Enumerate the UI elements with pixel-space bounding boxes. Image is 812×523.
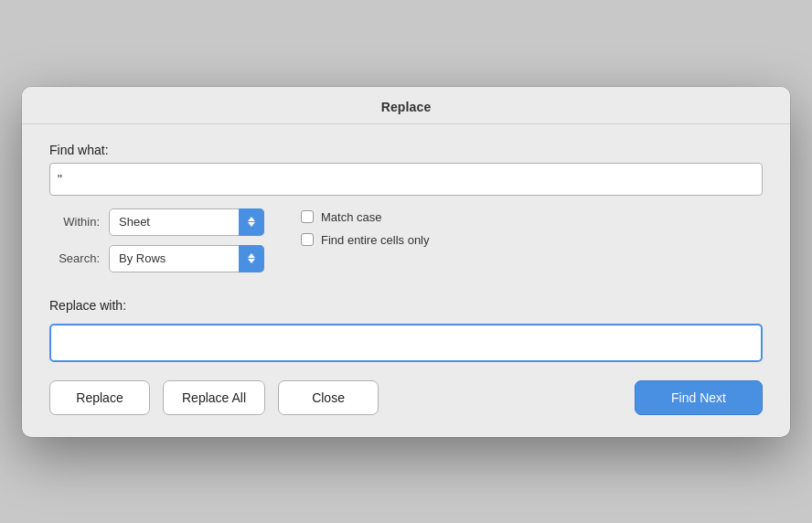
search-label: Search:	[49, 251, 100, 265]
find-what-label: Find what:	[49, 143, 763, 157]
within-row: Within: Sheet Workbook	[49, 208, 264, 236]
left-options: Within: Sheet Workbook Search:	[49, 208, 264, 272]
find-next-button[interactable]: Find Next	[635, 380, 763, 415]
right-options: Match case Find entire cells only	[301, 208, 430, 247]
buttons-row: Replace Replace All Close Find Next	[49, 380, 763, 415]
find-entire-cells-row: Find entire cells only	[301, 233, 430, 247]
dialog-title: Replace	[40, 100, 772, 114]
replace-with-label: Replace with:	[49, 298, 763, 313]
replace-with-input[interactable]	[49, 324, 763, 362]
title-bar: Replace	[22, 87, 790, 124]
within-select[interactable]: Sheet Workbook	[109, 208, 264, 236]
dialog-body: Find what: Within: Sheet Workbook	[22, 124, 790, 437]
replace-button[interactable]: Replace	[49, 380, 150, 415]
within-label: Within:	[49, 215, 100, 229]
match-case-checkbox[interactable]	[301, 210, 314, 223]
replace-dialog: Replace Find what: Within: Sheet Workboo…	[22, 87, 790, 437]
replace-section: Replace with:	[49, 298, 763, 362]
find-entire-cells-label: Find entire cells only	[321, 233, 430, 247]
replace-all-button[interactable]: Replace All	[163, 380, 265, 415]
close-button[interactable]: Close	[278, 380, 379, 415]
within-select-wrapper[interactable]: Sheet Workbook	[109, 208, 264, 236]
match-case-label: Match case	[321, 210, 381, 224]
search-select[interactable]: By Rows By Columns	[109, 245, 264, 272]
find-what-input[interactable]	[49, 163, 763, 196]
match-case-row: Match case	[301, 210, 430, 224]
options-row: Within: Sheet Workbook Search:	[49, 208, 763, 272]
search-select-wrapper[interactable]: By Rows By Columns	[109, 245, 264, 272]
search-row: Search: By Rows By Columns	[49, 245, 264, 272]
find-entire-cells-checkbox[interactable]	[301, 233, 314, 246]
